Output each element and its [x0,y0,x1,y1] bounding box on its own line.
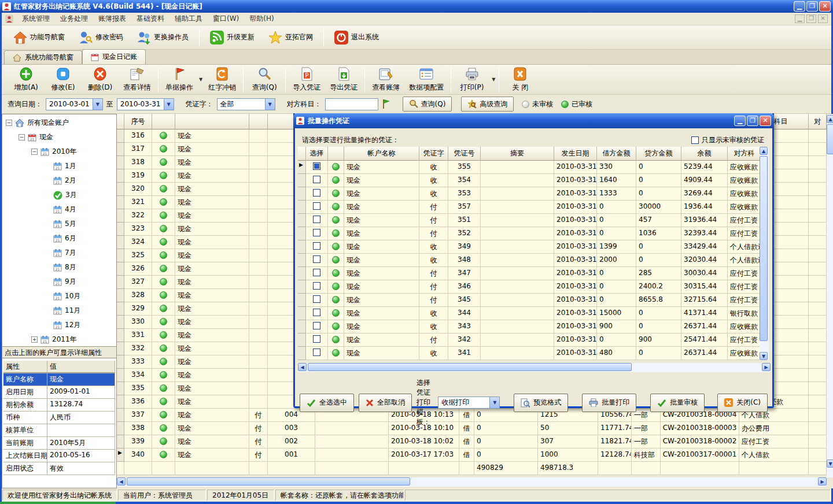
data-config-button[interactable]: 数据项配置 [404,66,448,94]
checkbox-icon[interactable] [313,309,320,316]
switch-operator-button[interactable]: 更换操作员 [130,28,196,47]
voucher-type-select[interactable]: 全部▼ [217,98,275,110]
batch-review-button[interactable]: 批量审核 [650,394,705,412]
dialog-voucher-row[interactable]: 现金收3412010-03-31480026371.44应收账款 [298,347,761,360]
select-checkbox[interactable] [306,214,328,227]
search-button[interactable]: 查询(Q) [246,66,283,94]
checkbox-icon[interactable] [313,162,320,170]
checkbox-icon[interactable] [313,189,320,197]
dialog-column-header-status[interactable] [328,147,344,161]
tree-item-所有现金账户[interactable]: −所有现金账户 [2,116,116,130]
dialog-column-header-marker[interactable] [298,147,306,161]
dialog-voucher-row[interactable]: 现金付3572010-03-310300001936.44应收账款 [298,201,761,214]
dialog-voucher-row[interactable]: 现金付3422010-03-31090025471.44应付工资 [298,333,761,347]
checkbox-icon[interactable] [313,322,320,329]
select-checkbox[interactable] [306,240,328,254]
select-checkbox[interactable] [306,333,328,347]
property-row[interactable]: 币种人民币 [3,412,115,424]
column-header-extra[interactable]: 对 [809,114,827,129]
close-icon[interactable]: ✕ [819,1,831,12]
voucher-ops-dropdown-icon[interactable]: ▼ [199,77,202,82]
mdi-close-icon[interactable]: ✕ [818,14,828,23]
menu-window[interactable]: 窗口(W) [208,13,244,25]
flag-green-icon[interactable] [382,99,391,109]
checkbox-icon[interactable] [313,216,320,223]
nav-window-button[interactable]: 功能导航窗 [6,28,72,47]
dialog-column-header-vtype[interactable]: 凭证字 [419,147,448,161]
checkbox-icon[interactable] [313,335,320,343]
tree-item-7月[interactable]: 217月 [2,246,116,260]
select-checkbox[interactable] [306,347,328,360]
menu-reports[interactable]: 账簿报表 [93,13,131,25]
cancel-all-button[interactable]: 全部取消 [359,394,412,412]
tree-item-2011年[interactable]: +212011年 [2,332,116,346]
change-password-button[interactable]: 修改密码 [72,28,130,47]
dialog-voucher-row[interactable]: 现金付3452010-03-3108655.832715.64应付工资 [298,294,761,307]
table-horizontal-scrollbar[interactable]: ◀ ▶ [117,477,827,487]
dialog-column-header-date[interactable]: 发生日期 [554,147,597,161]
tree-item-9月[interactable]: 219月 [2,275,116,289]
dialog-column-header-check[interactable]: 选择 [306,147,328,161]
select-checkbox[interactable] [306,307,328,320]
tree-item-6月[interactable]: 216月 [2,231,116,246]
tree-item-2月[interactable]: 212月 [2,173,116,188]
table-row[interactable]: ▶340现金付0012010-03-17 17:03借0100012128.74… [117,449,833,462]
dialog-voucher-row[interactable]: 现金付3512010-03-31045731936.44应付工资 [298,214,761,227]
dialog-voucher-row[interactable]: 现金收3482010-03-312000032030.44个人借款还款 [298,254,761,267]
dialog-voucher-row[interactable]: 现金收3432010-03-31900026371.44应收账款 [298,320,761,333]
dialog-voucher-row[interactable]: 现金付3472010-03-31028530030.44应付工资 [298,267,761,280]
property-row[interactable]: 启用状态有效 [3,462,115,475]
print-button[interactable]: 打印(P) [454,66,491,94]
tree-expander-icon[interactable]: − [31,149,38,155]
menu-system[interactable]: 系统管理 [17,13,55,25]
view-ledger-button[interactable]: 查看账簿 [367,66,404,94]
dialog-column-header-vno[interactable]: 凭证号 [448,147,481,161]
website-button[interactable]: 亚拓官网 [261,28,320,47]
menu-help[interactable]: 帮助(H) [244,13,279,25]
checkbox-icon[interactable] [691,136,699,144]
checkbox-icon[interactable] [313,349,320,356]
tab-system-navigator[interactable]: 系统功能导航窗 [4,50,82,64]
add-button[interactable]: 增加(A) [8,66,45,94]
property-row[interactable]: 核算单位 [3,424,115,437]
tree-item-8月[interactable]: 218月 [2,260,116,275]
select-checkbox[interactable] [306,174,328,187]
print-dropdown-icon[interactable]: ▼ [492,77,495,82]
property-row[interactable]: 上次结账日期2010-05-16 [3,450,115,462]
dialog-voucher-row[interactable]: 现金收3532010-03-31133303269.44应收账款 [298,187,761,201]
delete-button[interactable]: 删除(D) [82,66,119,94]
column-header-account[interactable] [175,114,249,129]
view-detail-button[interactable]: 查看详情 [119,66,156,94]
dialog-close-icon[interactable]: ✕ [760,116,771,126]
batch-print-button[interactable]: 批量打印 [582,394,636,412]
voucher-ops-button[interactable]: 单据操作 [161,66,198,94]
export-voucher-button[interactable]: 导出凭证 [325,66,362,94]
dialog-column-header-summary[interactable]: 摘要 [481,147,554,161]
tree-item-4月[interactable]: 214月 [2,202,116,217]
property-row[interactable]: 当前账期2010年5月 [3,437,115,450]
tree-item-11月[interactable]: 2111月 [2,303,116,318]
dialog-voucher-row[interactable]: 现金收3492010-03-311399033429.44个人借款还款 [298,240,761,254]
checkbox-icon[interactable] [313,242,320,250]
dialog-column-header-account[interactable]: 帐户名称 [344,147,419,161]
tree-item-1月[interactable]: 211月 [2,159,116,173]
chevron-down-icon[interactable]: ▼ [93,99,102,110]
checkbox-icon[interactable] [313,176,320,183]
select-checkbox[interactable] [306,227,328,240]
select-checkbox[interactable] [306,320,328,333]
select-checkbox[interactable] [306,294,328,307]
checkbox-icon[interactable] [313,202,320,210]
select-checkbox[interactable] [306,267,328,280]
checkbox-icon[interactable] [313,295,320,303]
chevron-down-icon[interactable]: ▼ [265,99,275,110]
checkbox-icon[interactable] [313,229,320,236]
table-vertical-scrollbar[interactable]: ▲ ▼ [827,115,833,477]
dialog-voucher-row[interactable]: 现金收3442010-03-3115000041371.44银行取款 [298,307,761,320]
advanced-search-button[interactable]: 高级查询 [461,97,514,112]
tree-item-2010年[interactable]: −212010年 [2,144,116,159]
column-header-marker[interactable] [117,114,124,129]
property-row[interactable]: 启用日期2009-01-01 [3,386,115,399]
tree-item-10月[interactable]: 2110月 [2,289,116,303]
dialog-maximize-icon[interactable]: ❐ [747,116,758,126]
chevron-down-icon[interactable]: ▼ [164,99,174,110]
